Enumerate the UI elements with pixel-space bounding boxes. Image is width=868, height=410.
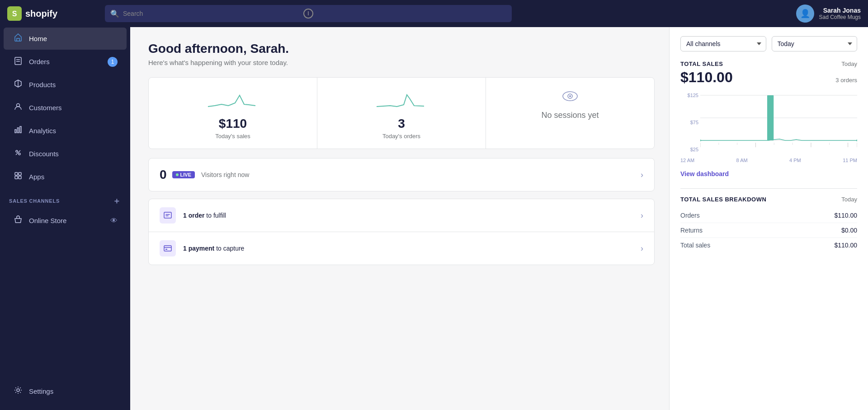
apps-icon <box>13 171 24 182</box>
live-count: 0 <box>160 168 167 182</box>
breakdown-row-total: Total sales $110.00 <box>680 238 857 252</box>
sidebar-label-online-store: Online Store <box>29 217 66 224</box>
sidebar-item-products[interactable]: Products <box>4 74 127 96</box>
x-label-8am: 8 AM <box>736 158 748 163</box>
sidebar-label-settings: Settings <box>29 387 53 395</box>
live-dot <box>176 173 179 176</box>
live-label: Visitors right now <box>201 171 641 178</box>
breakdown-label-orders: Orders <box>680 212 700 219</box>
svg-rect-13 <box>15 172 18 175</box>
breakdown-value-orders: $110.00 <box>834 212 857 219</box>
search-icon: 🔍 <box>110 9 119 18</box>
content-area: Good afternoon, Sarah. Here's what's hap… <box>130 27 669 410</box>
home-icon <box>13 33 24 44</box>
sidebar-label-home: Home <box>29 35 47 42</box>
breakdown-table: Orders $110.00 Returns $0.00 Total sales… <box>680 208 857 252</box>
sidebar-item-online-store[interactable]: Online Store 👁 <box>4 210 127 232</box>
period-filter[interactable]: Today <box>772 36 858 51</box>
total-sales-amount: $110.00 <box>680 69 733 86</box>
payment-bold: 1 payment <box>183 245 214 252</box>
sales-value: $110 <box>219 116 247 131</box>
eye-icon: 👁 <box>110 217 118 225</box>
main-layout: Home Orders 1 Products Customers Analy <box>0 27 868 410</box>
svg-point-20 <box>569 95 571 97</box>
orders-count: 3 orders <box>835 77 857 84</box>
breakdown-period: Today <box>841 196 857 203</box>
breakdown-value-total: $110.00 <box>834 242 857 249</box>
shopify-logo-icon: S <box>7 6 22 21</box>
user-area[interactable]: 👤 Sarah Jonas Sad Coffee Mugs <box>796 5 861 23</box>
logo: S shopify <box>7 6 98 21</box>
user-store: Sad Coffee Mugs <box>819 14 861 20</box>
fulfill-order-item[interactable]: 1 order to fulfill › <box>149 199 654 232</box>
svg-point-39 <box>856 140 857 141</box>
payment-chevron-icon: › <box>641 244 643 253</box>
sidebar-item-customers[interactable]: Customers <box>4 97 127 119</box>
user-info: Sarah Jonas Sad Coffee Mugs <box>819 7 861 20</box>
total-sales-title: TOTAL SALES <box>680 61 723 67</box>
sidebar-item-home[interactable]: Home <box>4 28 127 50</box>
stat-card-sessions[interactable]: No sessions yet <box>486 78 654 149</box>
sidebar-label-discounts: Discounts <box>29 150 59 158</box>
channels-filter[interactable]: All channels <box>680 36 766 51</box>
breakdown-row-orders: Orders $110.00 <box>680 208 857 223</box>
sales-chart-container: $125 $75 $25 <box>680 91 857 158</box>
live-visitors-card[interactable]: 0 LIVE Visitors right now › <box>148 158 655 191</box>
payment-text: 1 payment to capture <box>183 245 633 252</box>
fulfill-rest: to fulfill <box>204 212 226 219</box>
fulfill-chevron-icon: › <box>641 211 643 220</box>
right-panel: All channels Today TOTAL SALES Today $11… <box>669 27 868 410</box>
y-label-125: $125 <box>680 93 698 98</box>
chart-y-labels-area: $125 $75 $25 <box>680 91 857 158</box>
svg-rect-23 <box>165 249 167 250</box>
payment-item[interactable]: 1 payment to capture › <box>149 232 654 265</box>
svg-rect-21 <box>164 212 171 218</box>
sidebar-item-analytics[interactable]: Analytics <box>4 120 127 142</box>
total-sales-period: Today <box>841 61 857 67</box>
orders-badge: 1 <box>108 57 118 67</box>
svg-line-12 <box>16 150 20 155</box>
live-badge-label: LIVE <box>180 172 191 177</box>
svg-rect-15 <box>15 176 18 179</box>
orders-label: Today's orders <box>382 133 420 140</box>
view-dashboard-link[interactable]: View dashboard <box>680 170 857 177</box>
orders-chart-mini <box>328 89 475 111</box>
stat-card-orders[interactable]: 3 Today's orders <box>317 78 486 149</box>
live-badge: LIVE <box>172 171 195 178</box>
sidebar-item-orders[interactable]: Orders 1 <box>4 51 127 73</box>
logo-text: shopify <box>25 9 57 19</box>
sales-amount-row: $110.00 3 orders <box>680 69 857 91</box>
sales-channels-section: SALES CHANNELS ＋ <box>0 188 130 209</box>
x-label-4pm: 4 PM <box>789 158 801 163</box>
y-label-25: $25 <box>680 147 698 152</box>
chart-x-labels: 12 AM 8 AM 4 PM 11 PM <box>680 158 857 163</box>
breakdown-row-returns: Returns $0.00 <box>680 223 857 238</box>
orders-icon <box>13 56 24 67</box>
svg-rect-16 <box>19 176 21 179</box>
svg-point-11 <box>19 153 20 155</box>
breakdown-title: TOTAL SALES BREAKDOWN <box>680 196 766 203</box>
chevron-right-icon: › <box>641 170 643 180</box>
search-bar[interactable]: 🔍 I <box>105 5 512 22</box>
fulfill-icon <box>160 207 176 224</box>
fulfill-bold: 1 order <box>183 212 204 219</box>
total-sales-header: TOTAL SALES Today <box>680 61 857 67</box>
sidebar-item-settings[interactable]: Settings <box>4 380 127 402</box>
fulfill-text: 1 order to fulfill <box>183 212 633 219</box>
sidebar-item-apps[interactable]: Apps <box>4 166 127 188</box>
svg-rect-7 <box>15 130 16 133</box>
avatar: 👤 <box>796 5 814 23</box>
svg-text:S: S <box>12 10 17 18</box>
x-label-12am: 12 AM <box>680 158 694 163</box>
sidebar-label-customers: Customers <box>29 104 62 112</box>
add-channel-button[interactable]: ＋ <box>113 196 121 206</box>
online-store-icon <box>13 215 24 226</box>
stat-card-sales[interactable]: $110 Today's sales <box>149 78 317 149</box>
panel-filters: All channels Today <box>680 36 857 51</box>
eye-sessions-icon <box>562 89 578 105</box>
sidebar-label-apps: Apps <box>29 173 44 181</box>
sidebar: Home Orders 1 Products Customers Analy <box>0 27 130 410</box>
svg-rect-8 <box>18 128 19 133</box>
payment-icon <box>160 240 176 256</box>
sidebar-item-discounts[interactable]: Discounts <box>4 143 127 165</box>
